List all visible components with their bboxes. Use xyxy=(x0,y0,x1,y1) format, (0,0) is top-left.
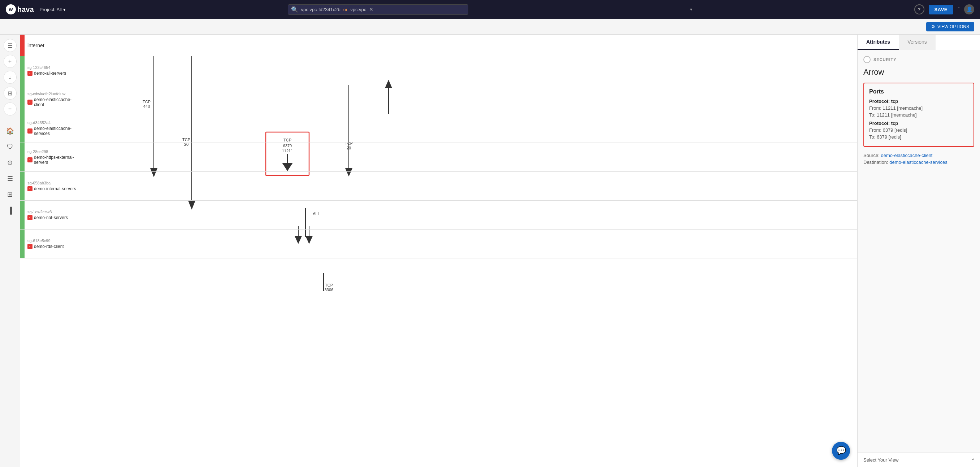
navbar-actions: ? SAVE ˅ 👤 xyxy=(914,4,974,14)
sg-icon-6: ▪ xyxy=(27,215,32,220)
navbar: w hava Project: All ▾ 🔍 vpc:vpc-fd2341c2… xyxy=(0,0,980,19)
save-button[interactable]: SAVE xyxy=(929,5,953,14)
sg-name-5: demo-internal-servers xyxy=(34,186,76,191)
gear-icon: ⚙ xyxy=(931,24,935,29)
internet-label-area: internet xyxy=(25,35,82,56)
sg-id-6: sg-1ew2ecw3 xyxy=(27,210,80,214)
sg-row-6: sg-1ew2ecw3 ▪ demo-nat-servers xyxy=(20,201,857,230)
protocol-1: Protocol: tcp xyxy=(869,98,969,104)
from-2: From: 6379 [redis] xyxy=(869,127,969,133)
add-icon[interactable]: + xyxy=(3,55,17,68)
view-options-label: VIEW OPTIONS xyxy=(937,24,969,29)
project-selector[interactable]: Project: All ▾ xyxy=(40,7,66,12)
search-dropdown-icon[interactable]: ▾ xyxy=(690,7,692,12)
ports-title: Ports xyxy=(869,89,969,95)
sg-label-4: sg-28se298 ▪ demo-https-external-servers xyxy=(25,143,82,172)
sg-id-3: sg-d34352a4 xyxy=(27,121,80,125)
sg-canvas-3 xyxy=(82,114,857,143)
ports-box: Ports Protocol: tcp From: 11211 [memcach… xyxy=(863,83,974,147)
sg-row-5: sg-658ab3ba ▪ demo-internal-servers xyxy=(20,172,857,201)
list-icon[interactable]: ☰ xyxy=(3,172,17,185)
security-toggle-circle[interactable] xyxy=(863,56,870,63)
sg-canvas-2 xyxy=(82,85,857,114)
grid-icon[interactable]: ⊞ xyxy=(3,87,17,100)
sg-name-1: demo-all-servers xyxy=(34,71,66,76)
canvas-area[interactable]: TCP 443 TCP 20 TCP 6379 11211 TCP xyxy=(20,35,857,467)
sg-label-2: sg-cdwiuofe2iuofeiuw ▪ demo-elasticcache… xyxy=(25,85,82,114)
arrow-title: Arrow xyxy=(863,67,974,77)
project-chevron-icon: ▾ xyxy=(63,7,66,12)
sg-row-2: sg-cdwiuofe2iuofeiuw ▪ demo-elasticcache… xyxy=(20,85,857,114)
internet-indicator xyxy=(20,35,25,56)
project-label: Project: All xyxy=(40,7,62,12)
security-label: SECURITY xyxy=(873,57,897,62)
tab-versions[interactable]: Versions xyxy=(899,35,935,50)
sg-name-6: demo-nat-servers xyxy=(34,215,68,220)
sg-name-4: demo-https-external-servers xyxy=(34,155,80,165)
user-avatar[interactable]: 👤 xyxy=(964,4,974,14)
left-sidebar: ☰ + ↓ ⊞ − 🏠 🛡 ⊙ ☰ ⊞ ▐ xyxy=(0,35,20,467)
source-line: Source: demo-elasticcache-client xyxy=(863,152,974,158)
search-vpc1: vpc:vpc-fd2341c2b xyxy=(301,7,340,12)
to-2: To: 6379 [redis] xyxy=(869,134,969,140)
search-vpc2: vpc:vpc xyxy=(350,7,366,12)
tab-attributes[interactable]: Attributes xyxy=(858,35,899,50)
navbar-chevron-icon[interactable]: ˅ xyxy=(958,7,960,12)
camera-icon[interactable]: ⊙ xyxy=(3,156,17,169)
svg-text:TCP: TCP xyxy=(325,283,333,287)
minus-icon[interactable]: − xyxy=(3,103,17,116)
toolbar2: ⚙ VIEW OPTIONS xyxy=(0,19,980,35)
sg-indicator-1 xyxy=(20,56,25,85)
to-1: To: 11211 [memcache] xyxy=(869,112,969,118)
shield-icon[interactable]: 🛡 xyxy=(3,140,17,153)
sidebar-divider xyxy=(5,120,16,120)
sg-id-2: sg-cdwiuofe2iuofeiuw xyxy=(27,92,80,96)
help-button[interactable]: ? xyxy=(914,4,924,14)
destination-line: Destination: demo-elasticcache-services xyxy=(863,159,974,165)
right-panel-tabs: Attributes Versions xyxy=(858,35,980,50)
logo: w hava xyxy=(6,4,34,14)
sg-id-7: sg-618e5c99 xyxy=(27,238,80,243)
sg-label-7: sg-618e5c99 ▪ demo-rds-client xyxy=(25,230,82,258)
select-view-bar[interactable]: Select Your View ^ xyxy=(858,453,980,467)
logo-icon: w xyxy=(6,4,16,14)
view-options-button[interactable]: ⚙ VIEW OPTIONS xyxy=(926,22,974,32)
table-icon[interactable]: ⊞ xyxy=(3,188,17,201)
internet-canvas xyxy=(82,35,857,56)
sg-canvas-4 xyxy=(82,143,857,172)
hamburger-icon[interactable]: ☰ xyxy=(3,39,17,52)
right-panel: Attributes Versions SECURITY Arrow Ports… xyxy=(857,35,980,467)
destination-link[interactable]: demo-elasticcache-services xyxy=(889,159,947,165)
sg-indicator-5 xyxy=(20,172,25,200)
layers-icon[interactable]: 🏠 xyxy=(3,124,17,138)
svg-text:3306: 3306 xyxy=(325,288,333,292)
sg-name-3: demo-elasticcache-services xyxy=(34,126,80,136)
source-link[interactable]: demo-elasticcache-client xyxy=(881,152,932,158)
sg-canvas-7 xyxy=(82,230,857,258)
sg-row-1: sg-123c4654 ▪ demo-all-servers xyxy=(20,56,857,85)
diagram-container: TCP 443 TCP 20 TCP 6379 11211 TCP xyxy=(20,35,857,323)
sg-label-5: sg-658ab3ba ▪ demo-internal-servers xyxy=(25,172,82,200)
main-layout: ☰ + ↓ ⊞ − 🏠 🛡 ⊙ ☰ ⊞ ▐ TCP 443 xyxy=(0,35,980,467)
search-bar[interactable]: 🔍 vpc:vpc-fd2341c2b or vpc:vpc ✕ xyxy=(288,4,468,15)
sg-icon-7: ▪ xyxy=(27,244,32,249)
sg-name-row-5: ▪ demo-internal-servers xyxy=(27,186,80,191)
from-1: From: 11211 [memcache] xyxy=(869,105,969,111)
chart-icon[interactable]: ▐ xyxy=(3,204,17,217)
chat-bubble[interactable]: 💬 xyxy=(832,442,850,460)
sg-canvas-5 xyxy=(82,172,857,201)
download-icon[interactable]: ↓ xyxy=(3,71,17,84)
sg-canvas-1 xyxy=(82,56,857,85)
select-view-label: Select Your View xyxy=(863,457,898,463)
search-clear-icon[interactable]: ✕ xyxy=(369,6,373,12)
source-label: Source: xyxy=(863,152,881,158)
sg-icon-4: ▪ xyxy=(27,157,32,162)
sg-name-row-2: ▪ demo-elasticcache-client xyxy=(27,97,80,107)
sg-indicator-6 xyxy=(20,201,25,229)
search-or-text: or xyxy=(344,7,348,12)
sg-id-1: sg-123c4654 xyxy=(27,65,80,70)
sg-indicator-4 xyxy=(20,143,25,172)
sg-id-4: sg-28se298 xyxy=(27,149,80,154)
sg-name-row-7: ▪ demo-rds-client xyxy=(27,244,80,249)
sg-canvas-6 xyxy=(82,201,857,230)
